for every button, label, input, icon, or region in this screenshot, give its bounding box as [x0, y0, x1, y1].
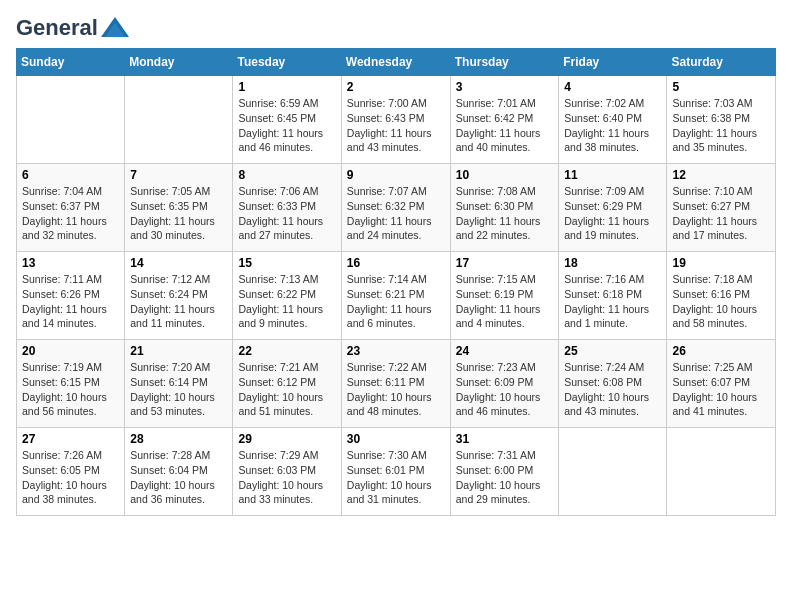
calendar-cell: 27Sunrise: 7:26 AM Sunset: 6:05 PM Dayli…	[17, 428, 125, 516]
day-info: Sunrise: 7:28 AM Sunset: 6:04 PM Dayligh…	[130, 448, 227, 507]
day-info: Sunrise: 7:14 AM Sunset: 6:21 PM Dayligh…	[347, 272, 445, 331]
calendar-cell: 7Sunrise: 7:05 AM Sunset: 6:35 PM Daylig…	[125, 164, 233, 252]
day-number: 15	[238, 256, 335, 270]
weekday-header-sunday: Sunday	[17, 49, 125, 76]
calendar-cell: 25Sunrise: 7:24 AM Sunset: 6:08 PM Dayli…	[559, 340, 667, 428]
calendar-cell: 10Sunrise: 7:08 AM Sunset: 6:30 PM Dayli…	[450, 164, 559, 252]
page-header: General	[16, 16, 776, 36]
calendar-week-4: 20Sunrise: 7:19 AM Sunset: 6:15 PM Dayli…	[17, 340, 776, 428]
day-number: 18	[564, 256, 661, 270]
day-info: Sunrise: 7:09 AM Sunset: 6:29 PM Dayligh…	[564, 184, 661, 243]
calendar-cell: 18Sunrise: 7:16 AM Sunset: 6:18 PM Dayli…	[559, 252, 667, 340]
calendar-week-5: 27Sunrise: 7:26 AM Sunset: 6:05 PM Dayli…	[17, 428, 776, 516]
day-number: 16	[347, 256, 445, 270]
logo-label: General	[16, 16, 98, 40]
day-info: Sunrise: 7:20 AM Sunset: 6:14 PM Dayligh…	[130, 360, 227, 419]
calendar-cell: 22Sunrise: 7:21 AM Sunset: 6:12 PM Dayli…	[233, 340, 341, 428]
day-info: Sunrise: 7:02 AM Sunset: 6:40 PM Dayligh…	[564, 96, 661, 155]
day-number: 31	[456, 432, 554, 446]
day-info: Sunrise: 7:21 AM Sunset: 6:12 PM Dayligh…	[238, 360, 335, 419]
calendar-cell: 24Sunrise: 7:23 AM Sunset: 6:09 PM Dayli…	[450, 340, 559, 428]
day-number: 5	[672, 80, 770, 94]
day-info: Sunrise: 7:29 AM Sunset: 6:03 PM Dayligh…	[238, 448, 335, 507]
day-number: 22	[238, 344, 335, 358]
calendar-cell: 21Sunrise: 7:20 AM Sunset: 6:14 PM Dayli…	[125, 340, 233, 428]
calendar-cell: 23Sunrise: 7:22 AM Sunset: 6:11 PM Dayli…	[341, 340, 450, 428]
day-info: Sunrise: 7:13 AM Sunset: 6:22 PM Dayligh…	[238, 272, 335, 331]
day-number: 8	[238, 168, 335, 182]
calendar-cell	[559, 428, 667, 516]
day-number: 17	[456, 256, 554, 270]
calendar-cell: 12Sunrise: 7:10 AM Sunset: 6:27 PM Dayli…	[667, 164, 776, 252]
day-info: Sunrise: 7:19 AM Sunset: 6:15 PM Dayligh…	[22, 360, 119, 419]
calendar-cell	[125, 76, 233, 164]
day-info: Sunrise: 7:30 AM Sunset: 6:01 PM Dayligh…	[347, 448, 445, 507]
day-info: Sunrise: 7:11 AM Sunset: 6:26 PM Dayligh…	[22, 272, 119, 331]
day-info: Sunrise: 7:22 AM Sunset: 6:11 PM Dayligh…	[347, 360, 445, 419]
day-number: 14	[130, 256, 227, 270]
calendar-cell: 9Sunrise: 7:07 AM Sunset: 6:32 PM Daylig…	[341, 164, 450, 252]
calendar-cell: 13Sunrise: 7:11 AM Sunset: 6:26 PM Dayli…	[17, 252, 125, 340]
day-number: 4	[564, 80, 661, 94]
day-info: Sunrise: 6:59 AM Sunset: 6:45 PM Dayligh…	[238, 96, 335, 155]
calendar-table: SundayMondayTuesdayWednesdayThursdayFrid…	[16, 48, 776, 516]
calendar-cell: 17Sunrise: 7:15 AM Sunset: 6:19 PM Dayli…	[450, 252, 559, 340]
calendar-cell: 26Sunrise: 7:25 AM Sunset: 6:07 PM Dayli…	[667, 340, 776, 428]
day-info: Sunrise: 7:06 AM Sunset: 6:33 PM Dayligh…	[238, 184, 335, 243]
day-number: 13	[22, 256, 119, 270]
calendar-cell: 2Sunrise: 7:00 AM Sunset: 6:43 PM Daylig…	[341, 76, 450, 164]
day-info: Sunrise: 7:00 AM Sunset: 6:43 PM Dayligh…	[347, 96, 445, 155]
weekday-header-tuesday: Tuesday	[233, 49, 341, 76]
day-info: Sunrise: 7:25 AM Sunset: 6:07 PM Dayligh…	[672, 360, 770, 419]
day-number: 12	[672, 168, 770, 182]
day-number: 25	[564, 344, 661, 358]
calendar-cell: 3Sunrise: 7:01 AM Sunset: 6:42 PM Daylig…	[450, 76, 559, 164]
day-number: 21	[130, 344, 227, 358]
day-number: 26	[672, 344, 770, 358]
calendar-cell: 31Sunrise: 7:31 AM Sunset: 6:00 PM Dayli…	[450, 428, 559, 516]
calendar-cell: 6Sunrise: 7:04 AM Sunset: 6:37 PM Daylig…	[17, 164, 125, 252]
day-number: 11	[564, 168, 661, 182]
day-number: 24	[456, 344, 554, 358]
day-number: 6	[22, 168, 119, 182]
day-number: 9	[347, 168, 445, 182]
calendar-cell: 5Sunrise: 7:03 AM Sunset: 6:38 PM Daylig…	[667, 76, 776, 164]
day-info: Sunrise: 7:12 AM Sunset: 6:24 PM Dayligh…	[130, 272, 227, 331]
day-number: 10	[456, 168, 554, 182]
calendar-cell	[17, 76, 125, 164]
calendar-week-3: 13Sunrise: 7:11 AM Sunset: 6:26 PM Dayli…	[17, 252, 776, 340]
day-number: 3	[456, 80, 554, 94]
logo: General	[16, 16, 129, 36]
calendar-cell: 14Sunrise: 7:12 AM Sunset: 6:24 PM Dayli…	[125, 252, 233, 340]
calendar-cell: 28Sunrise: 7:28 AM Sunset: 6:04 PM Dayli…	[125, 428, 233, 516]
day-number: 2	[347, 80, 445, 94]
day-info: Sunrise: 7:26 AM Sunset: 6:05 PM Dayligh…	[22, 448, 119, 507]
calendar-cell: 29Sunrise: 7:29 AM Sunset: 6:03 PM Dayli…	[233, 428, 341, 516]
day-number: 27	[22, 432, 119, 446]
day-number: 1	[238, 80, 335, 94]
calendar-week-1: 1Sunrise: 6:59 AM Sunset: 6:45 PM Daylig…	[17, 76, 776, 164]
day-info: Sunrise: 7:04 AM Sunset: 6:37 PM Dayligh…	[22, 184, 119, 243]
day-number: 20	[22, 344, 119, 358]
weekday-header-wednesday: Wednesday	[341, 49, 450, 76]
weekday-header-row: SundayMondayTuesdayWednesdayThursdayFrid…	[17, 49, 776, 76]
weekday-header-friday: Friday	[559, 49, 667, 76]
day-info: Sunrise: 7:31 AM Sunset: 6:00 PM Dayligh…	[456, 448, 554, 507]
day-info: Sunrise: 7:07 AM Sunset: 6:32 PM Dayligh…	[347, 184, 445, 243]
calendar-cell: 8Sunrise: 7:06 AM Sunset: 6:33 PM Daylig…	[233, 164, 341, 252]
calendar-cell: 15Sunrise: 7:13 AM Sunset: 6:22 PM Dayli…	[233, 252, 341, 340]
day-number: 19	[672, 256, 770, 270]
day-info: Sunrise: 7:24 AM Sunset: 6:08 PM Dayligh…	[564, 360, 661, 419]
day-number: 23	[347, 344, 445, 358]
day-info: Sunrise: 7:15 AM Sunset: 6:19 PM Dayligh…	[456, 272, 554, 331]
day-number: 7	[130, 168, 227, 182]
calendar-cell: 19Sunrise: 7:18 AM Sunset: 6:16 PM Dayli…	[667, 252, 776, 340]
day-info: Sunrise: 7:23 AM Sunset: 6:09 PM Dayligh…	[456, 360, 554, 419]
day-info: Sunrise: 7:16 AM Sunset: 6:18 PM Dayligh…	[564, 272, 661, 331]
day-number: 28	[130, 432, 227, 446]
calendar-cell: 16Sunrise: 7:14 AM Sunset: 6:21 PM Dayli…	[341, 252, 450, 340]
day-info: Sunrise: 7:18 AM Sunset: 6:16 PM Dayligh…	[672, 272, 770, 331]
day-info: Sunrise: 7:10 AM Sunset: 6:27 PM Dayligh…	[672, 184, 770, 243]
logo-icon	[101, 17, 129, 37]
calendar-cell	[667, 428, 776, 516]
